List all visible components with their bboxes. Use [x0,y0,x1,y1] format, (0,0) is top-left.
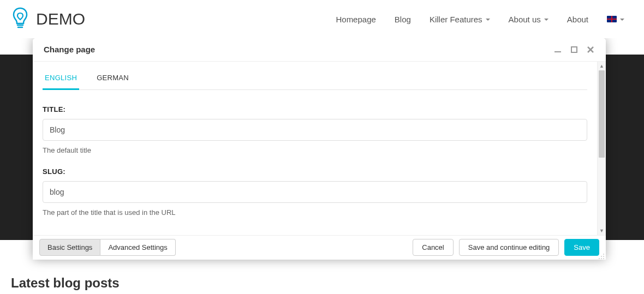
tab-label: ENGLISH [45,74,77,82]
svg-point-9 [599,258,600,259]
brand-title: DEMO [36,10,85,28]
field-title: TITLE: The default title [43,105,587,154]
modal-body: ENGLISH GERMAN TITLE: The default title … [33,62,597,235]
segment-advanced-settings[interactable]: Advanced Settings [100,239,175,256]
field-slug: SLUG: The part of the title that is used… [43,167,587,217]
settings-segments: Basic Settings Advanced Settings [39,239,176,256]
scrollbar-arrow-down-icon[interactable]: ▼ [598,226,606,235]
segment-basic-settings[interactable]: Basic Settings [39,239,100,256]
button-label: Save and continue editing [468,243,550,251]
save-continue-button[interactable]: Save and continue editing [459,239,559,256]
cancel-button[interactable]: Cancel [413,239,453,256]
svg-rect-3 [571,47,577,52]
segment-label: Basic Settings [47,243,92,251]
slug-label: SLUG: [43,167,587,176]
slug-input[interactable] [43,181,587,203]
tab-english[interactable]: ENGLISH [43,74,79,90]
minimize-icon[interactable] [553,45,562,54]
nav-item-homepage[interactable]: Homepage [336,15,375,24]
language-tabs: ENGLISH GERMAN [43,74,587,90]
svg-point-11 [603,258,604,259]
title-input[interactable] [43,119,587,141]
nav-item-label: About [567,15,588,24]
brand[interactable]: DEMO [11,7,85,32]
tab-german[interactable]: GERMAN [94,74,131,89]
modal-title: Change page [44,45,95,54]
change-page-modal: Change page ENGLISH GERMAN [33,38,606,260]
nav-items: Homepage Blog Killer Features About us A… [336,15,624,24]
logo-bulb-icon [11,7,29,32]
nav-item-label: About us [509,15,541,24]
chevron-down-icon [486,19,490,21]
modal-scrollbar[interactable]: ▲ ▼ [597,62,606,235]
flag-gb-icon [607,16,617,22]
nav-item-blog[interactable]: Blog [395,15,411,24]
close-icon[interactable] [586,45,595,54]
nav-item-about-us[interactable]: About us [509,15,548,24]
title-label: TITLE: [43,105,587,113]
title-help-text: The default title [43,146,587,154]
top-navbar: DEMO Homepage Blog Killer Features About… [0,0,644,38]
svg-point-8 [603,256,604,257]
page-heading-latest-posts: Latest blog posts [11,275,120,291]
modal-footer: Basic Settings Advanced Settings Cancel … [33,235,606,260]
nav-item-about[interactable]: About [567,15,588,24]
button-label: Cancel [422,243,444,251]
save-button[interactable]: Save [564,239,599,256]
chevron-down-icon [544,19,548,21]
button-label: Save [574,243,590,251]
nav-item-killer-features[interactable]: Killer Features [430,15,490,24]
modal-titlebar: Change page [33,38,606,62]
tab-label: GERMAN [97,74,129,82]
nav-item-label: Blog [395,15,411,24]
nav-item-label: Homepage [336,15,375,24]
language-switcher[interactable] [607,16,624,22]
maximize-icon[interactable] [570,45,579,54]
scrollbar-arrow-up-icon[interactable]: ▲ [598,62,606,70]
chevron-down-icon [620,19,624,21]
slug-help-text: The part of the title that is used in th… [43,208,587,217]
svg-point-6 [603,254,604,255]
nav-item-label: Killer Features [430,15,482,24]
resize-grip-icon[interactable] [598,252,605,259]
svg-point-7 [601,256,602,257]
segment-label: Advanced Settings [108,243,167,251]
svg-point-10 [601,258,602,259]
scrollbar-thumb[interactable] [599,70,605,158]
